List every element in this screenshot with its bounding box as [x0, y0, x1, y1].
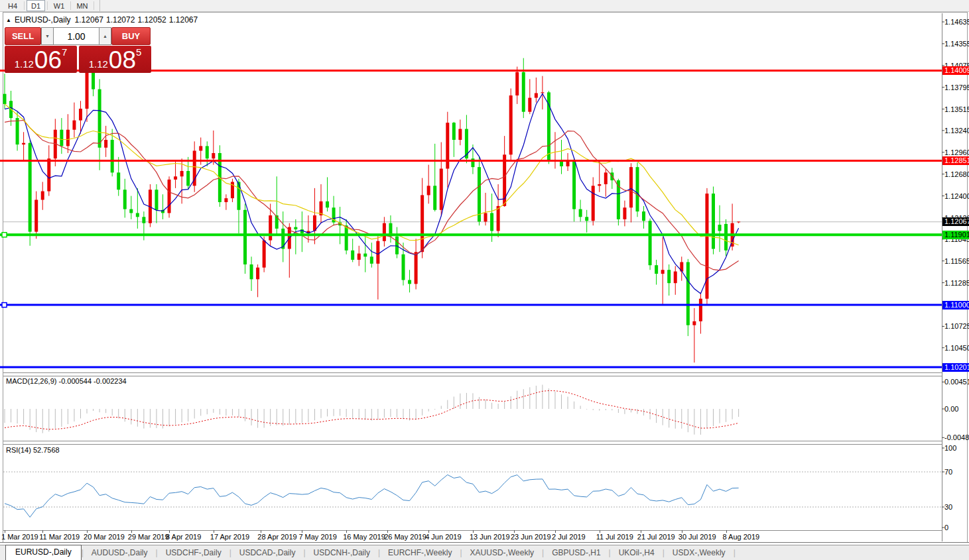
date-label: 29 Mar 2019	[128, 533, 169, 541]
price-tag-1.10201: 1.10201	[942, 363, 969, 372]
price-tag-1.14009: 1.14009	[942, 66, 969, 75]
date-label: 21 Jul 2019	[637, 533, 675, 541]
chart-tab-eurusd-daily[interactable]: EURUSD-,Daily	[5, 545, 82, 560]
macd-axis-label: 0.004517	[944, 378, 969, 386]
price-tick-label: 1.11285	[944, 279, 969, 287]
sell-price-prefix: 1.12	[15, 57, 34, 72]
sell-price-big: 06	[34, 49, 62, 72]
price-tick-label: 1.13515	[944, 105, 969, 113]
date-axis: 1 Mar 201911 Mar 201920 Mar 201929 Mar 2…	[3, 530, 942, 543]
volume-increase-button[interactable]: ▲	[99, 27, 111, 45]
chart-tab-eurchf-weekly[interactable]: EURCHF-,Weekly	[380, 546, 460, 560]
chart-tab-usdx-weekly[interactable]: USDX-,Weekly	[665, 546, 734, 560]
chart-tab-bar: EURUSD-,Daily|AUDUSD-,Daily|USDCHF-,Dail…	[0, 545, 969, 560]
date-tick	[214, 530, 214, 533]
date-tick	[473, 530, 474, 533]
macd-axis-label: -0.004806	[944, 433, 969, 441]
date-tick	[514, 530, 515, 533]
chart-tab-usdcnh-daily[interactable]: USDCNH-,Daily	[306, 546, 378, 560]
price-tag-1.11000: 1.11000	[942, 301, 969, 309]
sell-quote[interactable]: 1.12 06 7	[5, 46, 77, 73]
date-tick	[641, 530, 641, 533]
collapse-panel-icon[interactable]: ▲	[6, 17, 11, 23]
spinner-up-icon: ▲	[103, 34, 107, 38]
price-tick-label: 1.10725	[944, 322, 969, 330]
date-tick	[5, 530, 5, 533]
spinner-down-icon: ▼	[45, 34, 50, 38]
price-tick-label: 1.11565	[944, 257, 969, 265]
date-label: 13 Jun 2019	[470, 533, 510, 541]
price-tag-1.12851: 1.12851	[942, 156, 969, 165]
pane-separator[interactable]	[3, 441, 942, 445]
date-label: 1 Mar 2019	[1, 533, 38, 541]
chart-window-frame	[3, 12, 968, 544]
date-tick	[555, 530, 556, 533]
rsi-axis-label: 30	[944, 503, 952, 511]
buy-quote[interactable]: 1.12 08 5	[79, 46, 151, 73]
chart-tab-xauusd-weekly[interactable]: XAUUSD-,Weekly	[462, 546, 542, 560]
timeframe-button-w1[interactable]: W1	[50, 0, 68, 11]
tab-separator: |	[734, 548, 736, 560]
date-label: 30 Jul 2019	[678, 533, 716, 541]
ohlc-close: 1.12067	[169, 15, 198, 25]
date-tick	[42, 530, 43, 533]
price-tick-label: 1.13795	[944, 84, 969, 91]
buy-price-prefix: 1.12	[89, 57, 108, 72]
chart-tab-usdchf-daily[interactable]: USDCHF-,Daily	[158, 546, 229, 560]
date-label: 23 Jun 2019	[511, 533, 551, 541]
rsi-axis-label: 70	[944, 468, 952, 476]
date-tick	[261, 530, 261, 533]
date-label: 2 Jul 2019	[552, 533, 586, 541]
price-tick-label: 1.14355	[944, 40, 969, 48]
volume-input[interactable]: 1.00	[54, 27, 99, 45]
timeframe-button-mn[interactable]: MN	[73, 0, 92, 11]
timeframe-button-d1[interactable]: D1	[27, 0, 45, 11]
date-tick	[131, 530, 132, 533]
timeframe-toolbar: H4D1W1MN	[0, 0, 969, 12]
date-tick	[428, 530, 429, 533]
buy-price-pip: 5	[136, 47, 141, 57]
timeframe-button-h4[interactable]: H4	[3, 0, 22, 11]
date-tick	[682, 530, 682, 533]
macd-indicator-label: MACD(12,26,9) -0.000544 -0.002234	[6, 377, 127, 385]
date-tick	[169, 530, 170, 533]
one-click-trade-panel: SELL ▼ 1.00 ▲ BUY 1.12 06 7 1.12 08 5	[5, 27, 151, 73]
volume-decrease-button[interactable]: ▼	[41, 27, 54, 45]
chart-tab-gbpusd-h1[interactable]: GBPUSD-,H1	[544, 546, 608, 560]
price-tag-1.11901: 1.11901	[942, 231, 969, 239]
ohlc-open: 1.12067	[75, 15, 103, 25]
date-label: 28 Apr 2019	[257, 533, 296, 541]
price-tick-label: 1.12400	[944, 192, 969, 200]
chart-tab-ukoil-h4[interactable]: UKOil-,H4	[611, 546, 663, 560]
date-label: 11 Jul 2019	[596, 533, 633, 541]
ohlc-high: 1.12072	[106, 15, 135, 25]
price-tick-label: 1.14635	[944, 18, 969, 26]
rsi-indicator-label: RSI(14) 52.7568	[6, 446, 60, 454]
date-label: 26 May 2019	[384, 533, 426, 541]
buy-price-big: 08	[109, 49, 136, 72]
ohlc-low: 1.12052	[137, 15, 166, 25]
toolbar-separator	[70, 1, 71, 10]
buy-button[interactable]: BUY	[111, 27, 151, 45]
trading-terminal: H4D1W1MN ▲ EURUSD-,Daily 1.12067 1.12072…	[0, 0, 969, 560]
price-tick-label: 1.12960	[944, 148, 969, 156]
pane-separator[interactable]	[3, 372, 942, 376]
price-tag-1.12067: 1.12067	[942, 217, 969, 226]
date-tick	[600, 530, 600, 533]
symbol-title: EURUSD-,Daily	[15, 15, 71, 25]
toolbar-separator	[99, 0, 100, 11]
chart-tab-audusd-daily[interactable]: AUDUSD-,Daily	[84, 546, 156, 560]
sell-price-pip: 7	[62, 47, 67, 57]
chart-tab-usdcad-daily[interactable]: USDCAD-,Daily	[231, 546, 304, 560]
date-label: 20 Mar 2019	[84, 533, 125, 541]
date-tick	[726, 530, 727, 533]
price-tick-label: 1.13240	[944, 127, 969, 135]
date-label: 16 May 2019	[343, 533, 385, 541]
date-label: 17 Apr 2019	[210, 533, 249, 541]
price-tick-label: 1.12680	[944, 170, 969, 178]
macd-axis-label: 0.00	[944, 405, 958, 413]
date-tick	[302, 530, 302, 533]
toolbar-separator	[94, 1, 94, 10]
date-tick	[346, 530, 347, 533]
sell-button[interactable]: SELL	[5, 27, 41, 45]
